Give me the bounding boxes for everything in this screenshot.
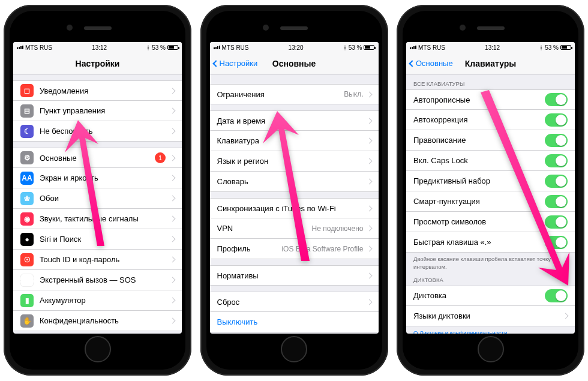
settings-row[interactable]: Дата и время — [210, 110, 379, 131]
settings-row: Быстрая клавиша «.» — [406, 232, 575, 253]
row-label: Обои — [40, 194, 170, 203]
settings-row[interactable]: Нормативы — [210, 265, 379, 286]
privacy-link[interactable]: О Диктовке и конфиденциальности… — [413, 329, 513, 334]
settings-row[interactable]: ❀ Обои — [13, 188, 182, 209]
battery-pct: 53 % — [152, 44, 166, 51]
settings-row[interactable]: ◻ Уведомления — [13, 80, 182, 101]
row-icon: ✋ — [20, 314, 34, 328]
row-label: Touch ID и код-пароль — [40, 255, 170, 264]
settings-row[interactable]: ◉ Звуки, тактильные сигналы — [13, 209, 182, 229]
row-label: Клавиатура — [217, 136, 367, 145]
chevron-right-icon — [170, 277, 176, 283]
row-label: Автопрописные — [413, 95, 545, 104]
row-label: Основные — [40, 154, 155, 163]
row-label: Не беспокоить — [40, 127, 170, 136]
settings-row: Вкл. Caps Lock — [406, 151, 575, 171]
page-title: Клавиатуры — [465, 59, 517, 68]
row-icon: ◻ — [20, 84, 34, 97]
carrier: MTS RUS — [222, 44, 249, 51]
toggle-switch[interactable] — [545, 215, 568, 229]
settings-row[interactable]: Словарь — [210, 172, 379, 192]
row-label: Быстрая клавиша «.» — [413, 238, 545, 247]
settings-row[interactable]: Профиль iOS Beta Software Profile — [210, 239, 379, 259]
home-button[interactable] — [281, 336, 307, 362]
row-label: Экстренный вызов — SOS — [40, 275, 170, 284]
chevron-right-icon — [563, 313, 569, 319]
settings-row[interactable]: VPN Не подключено — [210, 218, 379, 239]
settings-row[interactable]: Язык и регион — [210, 151, 379, 172]
toggle-switch[interactable] — [545, 134, 568, 147]
chevron-right-icon — [366, 179, 372, 185]
chevron-right-icon — [366, 205, 372, 211]
toggle-switch[interactable] — [545, 236, 568, 249]
settings-row[interactable]: Выключить — [210, 312, 379, 332]
settings-row[interactable]: Языки диктовки — [406, 306, 575, 326]
row-icon: ▮ — [20, 294, 34, 307]
settings-row[interactable]: ✋ Конфиденциальность — [13, 311, 182, 331]
settings-row: Диктовка — [406, 286, 575, 306]
settings-row[interactable]: Ограничения Выкл. — [210, 84, 379, 104]
settings-row[interactable]: Клавиатура — [210, 131, 379, 151]
group-header: ВСЕ КЛАВИАТУРЫ — [406, 78, 575, 89]
settings-row[interactable]: SOS Экстренный вызов — SOS — [13, 270, 182, 290]
screen-keyboards: MTS RUS 13:12 ᚼ53 % Основные Клавиатуры … — [406, 42, 575, 334]
row-value: Не подключено — [312, 224, 364, 233]
chevron-right-icon — [366, 118, 372, 124]
settings-row: Автокоррекция — [406, 110, 575, 130]
toggle-switch[interactable] — [545, 154, 568, 167]
toggle-switch[interactable] — [545, 93, 568, 106]
battery-pct: 53 % — [349, 44, 362, 51]
settings-row[interactable]: ⚙ Основные 1 — [13, 148, 182, 168]
battery-icon — [167, 45, 178, 50]
settings-row[interactable]: Синхронизация с iTunes по Wi-Fi — [210, 198, 379, 218]
battery-pct: 53 % — [545, 44, 559, 51]
settings-row[interactable]: ▮ Аккумулятор — [13, 290, 182, 311]
settings-row[interactable]: ☾ Не беспокоить — [13, 121, 182, 142]
chevron-right-icon — [366, 299, 372, 305]
row-label: Siri и Поиск — [40, 235, 170, 244]
toggle-switch[interactable] — [545, 195, 568, 208]
time: 13:12 — [92, 44, 107, 51]
row-label: Сброс — [217, 298, 367, 307]
settings-row[interactable]: ⊟ Пункт управления — [13, 101, 182, 121]
screen-settings: MTS RUS 13:12 ᚼ53 % Настройки ◻ Уведомле… — [13, 42, 182, 334]
back-button[interactable]: Настройки — [214, 53, 258, 74]
row-icon: AA — [20, 172, 34, 185]
row-label: Просмотр символов — [413, 217, 545, 226]
toggle-switch[interactable] — [545, 289, 568, 302]
settings-row[interactable]: AA Экран и яркость — [13, 168, 182, 188]
row-label: Звуки, тактильные сигналы — [40, 214, 170, 223]
settings-row: Правописание — [406, 130, 575, 151]
toggle-switch[interactable] — [545, 175, 568, 188]
row-label: Синхронизация с iTunes по Wi-Fi — [217, 204, 367, 213]
screen-general: MTS RUS 13:20 ᚼ53 % Настройки Основные О… — [210, 42, 379, 334]
chevron-right-icon — [170, 318, 176, 324]
chevron-right-icon — [170, 108, 176, 114]
row-icon: ⊟ — [20, 104, 34, 118]
phone-2: MTS RUS 13:20 ᚼ53 % Настройки Основные О… — [200, 5, 388, 376]
row-label: Экран и яркость — [40, 173, 170, 182]
bluetooth-icon: ᚼ — [343, 44, 347, 51]
back-button[interactable]: Основные — [410, 53, 453, 74]
row-label: Конфиденциальность — [40, 316, 170, 325]
phone-3: MTS RUS 13:12 ᚼ53 % Основные Клавиатуры … — [397, 5, 584, 376]
row-icon: ☾ — [20, 125, 34, 138]
row-label: Пункт управления — [40, 106, 170, 115]
toggle-switch[interactable] — [545, 113, 568, 127]
settings-row: Предиктивный набор — [406, 171, 575, 191]
chevron-right-icon — [366, 158, 372, 164]
row-icon: SOS — [20, 274, 34, 287]
badge: 1 — [155, 152, 166, 163]
row-icon: ● — [20, 233, 34, 246]
home-button[interactable] — [85, 336, 111, 362]
settings-row[interactable]: Сброс — [210, 292, 379, 312]
settings-row[interactable]: ● Siri и Поиск — [13, 229, 182, 250]
nav-bar: Основные Клавиатуры — [406, 53, 575, 74]
status-bar: MTS RUS 13:12 ᚼ53 % — [406, 42, 575, 53]
row-value: Выкл. — [344, 90, 363, 98]
row-icon: ☉ — [20, 253, 34, 266]
settings-row[interactable]: ☉ Touch ID и код-пароль — [13, 250, 182, 270]
nav-bar: Настройки — [13, 53, 182, 74]
time: 13:20 — [289, 44, 304, 51]
home-button[interactable] — [478, 336, 504, 362]
